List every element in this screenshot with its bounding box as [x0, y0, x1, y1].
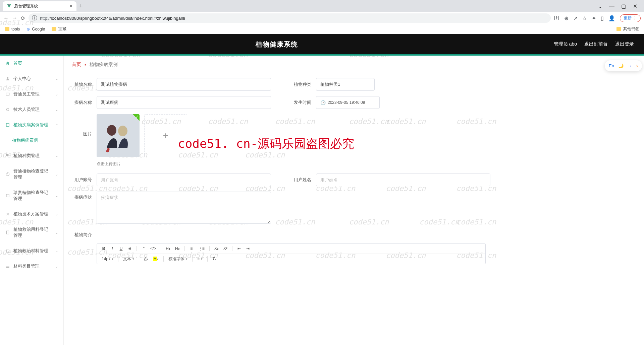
- occur-time-picker[interactable]: 🕑 2023-09-05 19:46:09: [316, 96, 380, 109]
- panel-icon[interactable]: ▯: [601, 15, 604, 21]
- sup-button[interactable]: X²: [222, 246, 229, 252]
- clipboard-icon: [5, 230, 10, 235]
- chevron-down-icon: ⌄: [55, 77, 58, 81]
- back-icon[interactable]: ←: [3, 15, 9, 21]
- image-thumbnail[interactable]: ✓: [97, 114, 140, 157]
- underline-button[interactable]: U: [118, 246, 124, 252]
- chevron-down-icon[interactable]: ⌄: [598, 3, 602, 9]
- chevron-down-icon: ⌄: [55, 92, 58, 96]
- quote-button[interactable]: ❝: [140, 246, 147, 252]
- font-family-select[interactable]: 标准字体▾: [167, 256, 189, 262]
- float-panel: En 🌙 ↔ ›: [605, 60, 642, 71]
- bold-button[interactable]: B: [100, 246, 107, 252]
- italic-button[interactable]: I: [109, 246, 116, 252]
- disease-name-input[interactable]: [97, 96, 271, 109]
- logout-button[interactable]: 退出登录: [615, 41, 634, 47]
- plant-type-label: 植物种类: [291, 81, 311, 87]
- browser-tab[interactable]: 后台管理系统 ×: [3, 1, 76, 11]
- google-icon: ⊚: [26, 27, 30, 31]
- bookmark-tools[interactable]: tools: [5, 27, 20, 31]
- star-icon[interactable]: ☆: [582, 15, 587, 21]
- new-tab-button[interactable]: +: [79, 3, 83, 10]
- font-size-select[interactable]: 14px▾: [100, 257, 115, 261]
- box-icon: [5, 249, 10, 253]
- url-input[interactable]: ⓘ http://localhost:8080/springbootx2t46/…: [29, 13, 551, 23]
- reload-icon[interactable]: ⟳: [21, 15, 25, 21]
- forward-icon[interactable]: →: [12, 15, 17, 21]
- bookmark-baozang[interactable]: 宝藏: [52, 26, 66, 32]
- symptoms-textarea[interactable]: [97, 192, 271, 224]
- strike-button[interactable]: S: [126, 246, 133, 252]
- update-button[interactable]: 更新 ⋮: [620, 14, 641, 22]
- breadcrumb-current: 植物疾病案例: [90, 62, 118, 68]
- close-window-icon[interactable]: ✕: [633, 3, 637, 9]
- text-select[interactable]: 文本▾: [122, 256, 136, 262]
- bg-color-button[interactable]: A▾: [152, 256, 160, 262]
- exit-front-button[interactable]: 退出到前台: [584, 41, 608, 47]
- tab-title: 后台管理系统: [14, 3, 38, 9]
- sidebar-item-normal-check[interactable]: 普通植物检查登记管理⌄: [0, 163, 63, 185]
- indent-button[interactable]: ⇥: [245, 246, 251, 252]
- upload-add-button[interactable]: +: [144, 114, 187, 157]
- h1-button[interactable]: H₁: [164, 246, 172, 252]
- close-tab-icon[interactable]: ×: [70, 3, 72, 9]
- sidebar-item-precious-check[interactable]: 珍贵植物检查登记管理⌄: [0, 185, 63, 206]
- maximize-icon[interactable]: ▢: [621, 3, 626, 9]
- chevron-down-icon: ⌄: [55, 154, 58, 158]
- sidebar-item-material-category[interactable]: 材料类目管理⌄: [0, 259, 63, 274]
- ul-button[interactable]: ⋮≡: [197, 246, 206, 252]
- minimize-icon[interactable]: —: [609, 3, 614, 9]
- user-account-input[interactable]: [97, 174, 271, 186]
- chevron-down-icon: ⌄: [55, 265, 58, 268]
- code-button[interactable]: </>: [149, 246, 157, 252]
- svg-rect-1: [6, 93, 9, 95]
- text-color-button[interactable]: A▾: [143, 256, 150, 262]
- scissors-icon: [5, 212, 10, 216]
- lang-en-button[interactable]: En: [609, 63, 614, 68]
- sidebar-item-disease-case[interactable]: 植物疾病案例: [0, 133, 63, 148]
- sidebar-item-personal[interactable]: 个人中心⌄: [0, 71, 63, 86]
- sidebar-item-tech-plan[interactable]: 植物技术方案管理⌄: [0, 206, 63, 222]
- user-name-input[interactable]: [316, 174, 490, 186]
- puzzle-icon[interactable]: ✦: [592, 15, 596, 21]
- sidebar-item-material-reg[interactable]: 植物救治用料登记管理⌄: [0, 222, 63, 243]
- zoom-icon[interactable]: ⊕: [564, 15, 569, 21]
- user-icon: [5, 76, 10, 81]
- h2-button[interactable]: H₂: [174, 246, 181, 252]
- bookmark-google[interactable]: ⊚Google: [26, 27, 45, 31]
- key-icon[interactable]: ⚿: [554, 15, 559, 21]
- share-icon[interactable]: ↗: [573, 15, 578, 21]
- sidebar-item-plant-type[interactable]: 植物种类管理⌄: [0, 148, 63, 163]
- moon-icon[interactable]: 🌙: [618, 63, 624, 68]
- clear-format-button[interactable]: Tₓ: [211, 256, 218, 262]
- topbar: 植物健康系统 管理员 abo 退出到前台 退出登录: [0, 34, 644, 54]
- intro-label: 植物简介: [72, 229, 92, 238]
- rich-editor: B I U S ❝ </> H₁ H₂ ≡ ⋮≡ X₂ X²: [97, 243, 486, 264]
- sidebar-item-cure-material[interactable]: 植物救治材料管理⌄: [0, 243, 63, 259]
- bookmark-other[interactable]: 其他书签: [616, 26, 639, 32]
- folder-icon: [616, 27, 621, 31]
- power-icon: [5, 172, 10, 177]
- collapse-icon[interactable]: ↔: [628, 63, 632, 68]
- plant-type-select[interactable]: [316, 78, 375, 91]
- admin-label[interactable]: 管理员 abo: [554, 41, 577, 47]
- expand-arrow-icon[interactable]: ›: [636, 62, 638, 69]
- breadcrumb-home[interactable]: 首页: [72, 62, 81, 68]
- crop-icon: [5, 193, 10, 198]
- disease-name-label: 疾病名称: [72, 99, 92, 106]
- chevron-down-icon: ⌄: [55, 249, 58, 253]
- sidebar-item-tech[interactable]: 技术人员管理⌄: [0, 102, 63, 117]
- svg-rect-7: [7, 231, 9, 234]
- bookmarks-bar: tools ⊚Google 宝藏 其他书签: [0, 24, 644, 34]
- svg-point-0: [7, 77, 9, 79]
- sidebar-item-staff[interactable]: 普通员工管理⌄: [0, 86, 63, 102]
- sidebar-item-home[interactable]: 首页: [0, 56, 63, 71]
- outdent-button[interactable]: ⇤: [236, 246, 243, 252]
- sub-button[interactable]: X₂: [213, 246, 220, 252]
- sidebar-item-disease-case-mgmt[interactable]: 植物疾病案例管理⌃: [0, 117, 63, 133]
- align-select[interactable]: ≡▾: [196, 257, 204, 261]
- occur-time-label: 发生时间: [291, 99, 311, 106]
- ol-button[interactable]: ≡: [188, 246, 195, 252]
- plant-name-input[interactable]: [97, 78, 271, 91]
- profile-icon[interactable]: 👤: [608, 15, 615, 21]
